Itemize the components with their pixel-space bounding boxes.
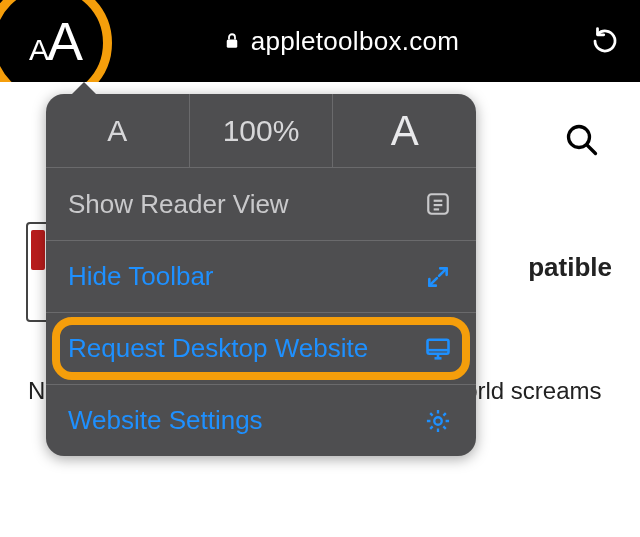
zoom-level[interactable]: 100% [189, 94, 333, 167]
lock-icon [223, 30, 241, 52]
aa-icon: AA [29, 10, 83, 72]
domain-text: appletoolbox.com [251, 26, 460, 57]
hide-toolbar-item[interactable]: Hide Toolbar [46, 240, 476, 312]
reload-icon [590, 26, 620, 56]
zoom-in-button[interactable]: A [332, 94, 476, 167]
text-size-button[interactable]: AA [0, 0, 112, 82]
svg-line-2 [587, 145, 595, 153]
reload-button[interactable] [570, 0, 640, 82]
show-reader-view-item[interactable]: Show Reader View [46, 168, 476, 240]
address-field[interactable]: appletoolbox.com [112, 26, 570, 57]
request-desktop-website-item[interactable]: Request Desktop Website [46, 312, 476, 384]
zoom-row: A 100% A [46, 94, 476, 168]
svg-rect-9 [428, 339, 449, 353]
menu-item-label: Show Reader View [68, 189, 289, 220]
reader-icon [422, 188, 454, 220]
menu-item-label: Hide Toolbar [68, 261, 214, 292]
website-settings-item[interactable]: Website Settings [46, 384, 476, 456]
menu-item-label: Website Settings [68, 405, 263, 436]
expand-icon [422, 261, 454, 293]
zoom-level-text: 100% [223, 114, 300, 148]
gear-icon [422, 405, 454, 437]
zoom-out-button[interactable]: A [46, 94, 189, 167]
page-settings-menu: A 100% A Show Reader View Hide Toolbar R… [46, 94, 476, 456]
svg-point-13 [434, 417, 441, 424]
search-icon[interactable] [564, 122, 600, 162]
article-heading-fragment: patible [528, 252, 612, 283]
safari-address-bar: AA appletoolbox.com [0, 0, 640, 82]
desktop-icon [422, 333, 454, 365]
menu-item-label: Request Desktop Website [68, 333, 368, 364]
svg-rect-0 [226, 40, 237, 48]
